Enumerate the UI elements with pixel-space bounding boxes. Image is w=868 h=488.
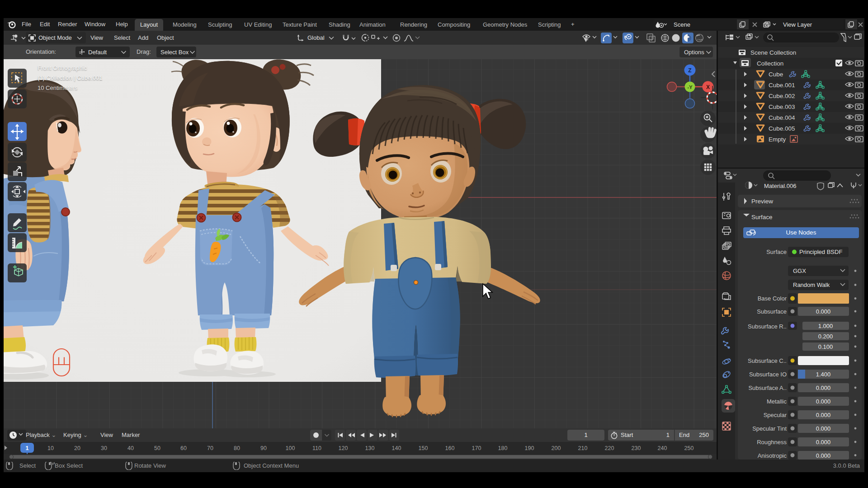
svg-text:Use Nodes: Use Nodes (786, 229, 816, 236)
svg-text:220: 220 (605, 445, 614, 451)
svg-text:180: 180 (498, 445, 508, 451)
svg-text:20: 20 (74, 445, 80, 451)
svg-text:0.000: 0.000 (816, 398, 831, 405)
svg-text:Random Walk: Random Walk (793, 282, 830, 288)
svg-text:150: 150 (419, 445, 428, 451)
svg-text:Subsurface A..: Subsurface A.. (748, 385, 787, 391)
svg-text:Subsurface C..: Subsurface C.. (748, 357, 787, 364)
svg-text:40: 40 (127, 445, 134, 451)
svg-text:-Y: -Y (688, 84, 693, 90)
svg-text:0.100: 0.100 (818, 343, 833, 350)
svg-text:110: 110 (312, 445, 321, 451)
svg-text:0.000: 0.000 (816, 385, 831, 391)
svg-text:Material.006: Material.006 (764, 183, 797, 189)
svg-text:70: 70 (207, 445, 213, 451)
svg-text:90: 90 (260, 445, 267, 451)
svg-text:Principled BSDF: Principled BSDF (799, 249, 842, 255)
svg-text:190: 190 (525, 445, 534, 451)
svg-text:240: 240 (658, 445, 667, 451)
svg-text:250: 250 (684, 445, 694, 451)
svg-text:230: 230 (632, 445, 641, 451)
svg-text:Cube: Cube (769, 71, 783, 78)
svg-text:170: 170 (472, 445, 481, 451)
svg-text:Cube.003: Cube.003 (769, 103, 795, 110)
svg-text:Cube.004: Cube.004 (769, 114, 795, 121)
svg-text:Surface: Surface (766, 249, 787, 255)
svg-text:120: 120 (339, 445, 348, 451)
svg-text:10: 10 (47, 445, 54, 451)
svg-text:Z: Z (688, 67, 691, 74)
svg-text:0.000: 0.000 (816, 425, 831, 432)
svg-text:140: 140 (392, 445, 401, 451)
svg-text:30: 30 (101, 445, 107, 451)
svg-text:0.000: 0.000 (816, 439, 831, 446)
svg-text:Base Color: Base Color (758, 295, 787, 302)
svg-text:Specular Tint: Specular Tint (752, 425, 787, 432)
svg-text:Anisotropic: Anisotropic (758, 452, 787, 459)
svg-text:GGX: GGX (793, 267, 806, 274)
svg-text:Preview: Preview (751, 198, 773, 205)
svg-text:100: 100 (286, 445, 295, 451)
svg-text:Roughness: Roughness (757, 439, 787, 446)
svg-text:50: 50 (154, 445, 160, 451)
svg-text:Cube.002: Cube.002 (769, 93, 795, 99)
svg-text:1: 1 (26, 445, 29, 451)
svg-text:0.000: 0.000 (816, 412, 831, 418)
svg-text:Cube.005: Cube.005 (769, 125, 795, 132)
svg-text:Cube.001: Cube.001 (769, 82, 795, 89)
svg-text:1.000: 1.000 (818, 323, 833, 329)
svg-text:200: 200 (552, 445, 561, 451)
svg-text:0.200: 0.200 (818, 333, 833, 340)
svg-text:Specular: Specular (764, 412, 787, 418)
svg-text:X: X (706, 84, 710, 90)
svg-text:1.400: 1.400 (816, 371, 831, 378)
svg-text:0.000: 0.000 (816, 308, 831, 315)
svg-text:130: 130 (365, 445, 375, 451)
svg-text:Subsurface R..: Subsurface R.. (748, 323, 787, 330)
svg-text:Empty: Empty (769, 136, 786, 143)
svg-text:Metallic: Metallic (767, 398, 787, 405)
svg-text:0.000: 0.000 (816, 452, 831, 459)
svg-text:Subsurface: Subsurface (757, 308, 787, 315)
svg-text:210: 210 (578, 445, 588, 451)
svg-text:60: 60 (180, 445, 187, 451)
svg-text:Subsurface IO: Subsurface IO (749, 371, 787, 378)
svg-text:Surface: Surface (751, 214, 773, 221)
svg-text:160: 160 (445, 445, 455, 451)
svg-text:80: 80 (234, 445, 240, 451)
